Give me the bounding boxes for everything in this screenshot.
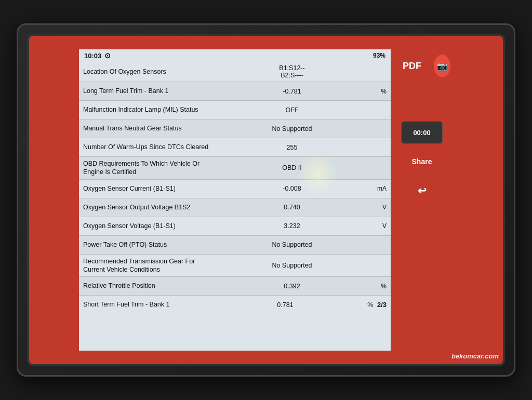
table-row: Location Of Oxygen SensorsB1:S12--B2:S--… — [79, 62, 391, 82]
row-label: Oxygen Sensor Output Voltage B1S2 — [83, 203, 218, 211]
row-label: Oxygen Sensor Current (B1-S1) — [83, 184, 218, 193]
back-button[interactable]: ↩ — [398, 179, 445, 202]
table-row: Number Of Warm-Ups Since DTCs Cleared255 — [79, 138, 391, 157]
row-label: OBD Requirements To Which Vehicle Or Eng… — [83, 159, 218, 177]
page-indicator: 2/3 — [377, 301, 387, 309]
screen-content: 10:03 ⊙ 93% Location Of Oxygen SensorsB1… — [79, 49, 391, 351]
row-value: -0.008 — [218, 185, 366, 192]
data-table: Location Of Oxygen SensorsB1:S12--B2:S--… — [79, 62, 391, 351]
row-value: 255 — [218, 144, 366, 151]
row-value: No Supported — [218, 262, 366, 269]
table-row: Oxygen Sensor Current (B1-S1)-0.008mA — [79, 180, 391, 198]
row-value: OFF — [218, 106, 366, 114]
row-value: OBD II — [218, 164, 366, 171]
row-label: Number Of Warm-Ups Since DTCs Cleared — [83, 143, 218, 151]
table-row: Long Term Fuel Trim - Bank 1-0.781% — [79, 82, 391, 101]
row-unit: V — [366, 222, 387, 230]
row-unit: % — [352, 301, 373, 309]
row-unit: mA — [366, 185, 387, 192]
device-frame: 10:03 ⊙ 93% Location Of Oxygen SensorsB1… — [27, 34, 505, 366]
table-row: Oxygen Sensor Voltage (B1-S1)3.232V — [79, 217, 391, 236]
row-label: Long Term Fuel Trim - Bank 1 — [83, 87, 218, 95]
row-value: 0.392 — [218, 283, 366, 290]
timer-button[interactable]: 00:00 — [401, 121, 443, 144]
device-outer: 10:03 ⊙ 93% Location Of Oxygen SensorsB1… — [17, 23, 515, 377]
pdf-camera-row: PDF 📷 — [393, 55, 450, 77]
table-row: Oxygen Sensor Output Voltage B1S20.740V — [79, 198, 391, 217]
table-row: Recommended Transmission Gear For Curren… — [79, 255, 391, 277]
camera-button[interactable]: 📷 — [434, 55, 450, 77]
row-label: Manual Trans Neutral Gear Status — [83, 124, 218, 132]
row-unit: % — [366, 283, 387, 290]
watermark: bekomcar.com — [451, 352, 499, 360]
side-panel: PDF 📷 00:00 Share ↩ — [391, 49, 453, 351]
row-value: No Supported — [218, 125, 366, 132]
row-label: Oxygen Sensor Voltage (B1-S1) — [83, 222, 218, 230]
row-value: 0.740 — [218, 204, 366, 211]
row-label: Recommended Transmission Gear For Curren… — [83, 257, 218, 274]
row-value: B1:S12--B2:S---- — [218, 64, 366, 79]
table-row: Malfunction Indicator Lamp (MIL) StatusO… — [79, 101, 391, 119]
pdf-button[interactable]: PDF — [393, 55, 431, 77]
table-row: Power Take Off (PTO) StatusNo Supported — [79, 236, 391, 255]
table-row: Short Term Fuel Trim - Bank 10.781%2/3 — [79, 296, 391, 314]
table-row: Manual Trans Neutral Gear StatusNo Suppo… — [79, 119, 391, 138]
battery-display: 93% — [373, 52, 385, 59]
row-label: Relative Throttle Position — [83, 282, 218, 290]
share-button[interactable]: Share — [398, 150, 445, 173]
time-display: 10:03 — [84, 52, 101, 60]
row-value: 3.232 — [218, 222, 366, 230]
table-row: OBD Requirements To Which Vehicle Or Eng… — [79, 157, 391, 180]
row-value: 0.781 — [218, 301, 352, 309]
row-label: Short Term Fuel Trim - Bank 1 — [83, 300, 218, 309]
status-bar: 10:03 ⊙ 93% — [79, 49, 391, 62]
row-label: Malfunction Indicator Lamp (MIL) Status — [83, 105, 218, 114]
wifi-icon: ⊙ — [104, 51, 111, 60]
table-row: Relative Throttle Position0.392% — [79, 277, 391, 296]
row-label: Power Take Off (PTO) Status — [83, 241, 218, 249]
row-value: No Supported — [218, 241, 366, 248]
row-unit: V — [366, 204, 387, 211]
row-value: -0.781 — [218, 88, 366, 95]
screen-area: 10:03 ⊙ 93% Location Of Oxygen SensorsB1… — [79, 49, 453, 351]
row-unit: % — [366, 88, 387, 95]
row-label: Location Of Oxygen Sensors — [83, 68, 218, 76]
